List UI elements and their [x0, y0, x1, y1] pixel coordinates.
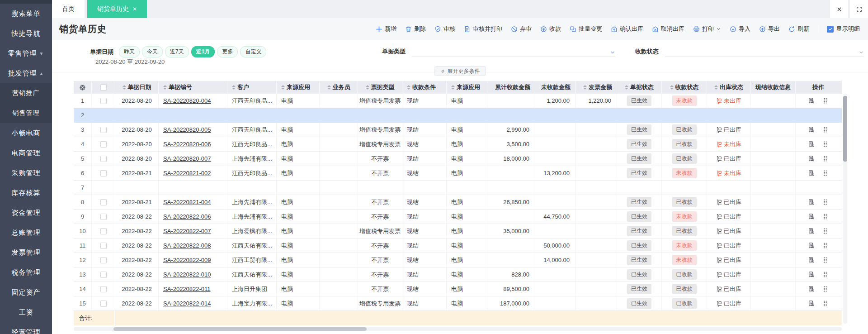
sidebar-item-发票管理[interactable]: 发票管理 [0, 243, 52, 262]
table-row[interactable]: 42022-08-20SA-20220820-006江西无印良品...电脑增值税… [74, 137, 842, 152]
doc-number-link[interactable]: SA-20220822-008 [163, 242, 211, 249]
doc-search-icon[interactable] [808, 97, 815, 104]
toolbar-button-打印[interactable]: 打印 [693, 25, 721, 33]
toolbar-button-删除[interactable]: 删除 [405, 25, 426, 33]
table-row[interactable]: 7 [74, 181, 842, 195]
doc-search-icon[interactable] [808, 199, 815, 205]
grid-dots-icon[interactable] [822, 286, 829, 292]
sidebar-item-资金管理[interactable]: 资金管理 [0, 203, 52, 223]
grid-dots-icon[interactable] [822, 126, 829, 133]
tab-home[interactable]: 首页 [52, 0, 85, 18]
sort-icon[interactable] [670, 85, 674, 90]
date-pill-近7天[interactable]: 近7天 [165, 46, 189, 57]
row-checkbox[interactable] [100, 257, 107, 263]
doc-search-icon[interactable] [808, 286, 815, 292]
date-pill-今天[interactable]: 今天 [142, 46, 163, 57]
doc-search-icon[interactable] [808, 271, 815, 278]
doc-search-icon[interactable] [808, 213, 815, 220]
grid-dots-icon[interactable] [822, 213, 829, 220]
sidebar-item-工资[interactable]: 工资 [0, 302, 52, 322]
doc-search-icon[interactable] [808, 257, 815, 263]
doc-number-link[interactable]: SA-20220820-006 [163, 141, 211, 148]
doc-search-icon[interactable] [808, 155, 815, 162]
sidebar-item-小畅电商[interactable]: 小畅电商 [0, 123, 52, 143]
toolbar-button-导入[interactable]: 导入 [730, 25, 750, 33]
grid-dots-icon[interactable] [822, 271, 829, 278]
toolbar-button-收款[interactable]: 收款 [540, 25, 561, 33]
row-checkbox[interactable] [100, 127, 107, 133]
toolbar-button-确认出库[interactable]: 确认出库 [611, 25, 643, 33]
sort-icon[interactable] [123, 85, 126, 90]
vertical-scrollbar-thumb[interactable] [843, 96, 847, 162]
sort-icon[interactable] [366, 85, 369, 90]
doc-search-icon[interactable] [808, 228, 815, 234]
doc-number-link[interactable]: SA-20220822-006 [163, 213, 211, 220]
fullscreen-icon[interactable] [850, 0, 868, 18]
horizontal-scrollbar-thumb[interactable] [113, 327, 367, 331]
date-pill-更多[interactable]: 更多 [217, 46, 238, 57]
checkbox-checked-icon[interactable] [827, 26, 834, 33]
sidebar-item-零售管理[interactable]: 零售管理▼ [0, 43, 52, 63]
sidebar-item-经营管理[interactable]: 经营管理 [0, 322, 52, 334]
sort-icon[interactable] [451, 85, 455, 90]
doc-number-link[interactable]: SA-20220821-004 [163, 199, 211, 205]
sidebar-item-批发管理[interactable]: 批发管理▲ [0, 63, 52, 83]
column-header-来源应用[interactable]: 来源应用 [277, 81, 320, 94]
doc-number-link[interactable]: SA-20220820-007 [163, 155, 211, 162]
column-header-来源应用[interactable]: 来源应用 [447, 81, 487, 94]
doc-number-link[interactable]: SA-20220822-010 [163, 271, 211, 278]
toolbar-button-刷新[interactable]: 刷新 [788, 25, 809, 33]
row-checkbox[interactable] [100, 301, 107, 307]
grid-dots-icon[interactable] [822, 97, 829, 104]
gear-icon[interactable] [79, 84, 86, 91]
row-checkbox[interactable] [100, 170, 107, 177]
sidebar-item-采购管理[interactable]: 采购管理 [0, 163, 52, 183]
toolbar-button-弃审[interactable]: 弃审 [511, 25, 532, 33]
doc-number-link[interactable]: SA-20220822-007 [163, 228, 211, 234]
table-row[interactable]: 92022-08-22SA-20220822-006上海先浦有限...电脑不开票… [74, 210, 842, 224]
row-checkbox[interactable] [100, 243, 107, 249]
horizontal-scrollbar[interactable] [74, 327, 842, 331]
sidebar-item-电商管理[interactable]: 电商管理 [0, 143, 52, 163]
table-row[interactable]: 82022-08-21SA-20220821-004上海先浦有限...电脑不开票… [74, 195, 842, 210]
grid-dots-icon[interactable] [822, 141, 829, 148]
doc-number-link[interactable]: SA-20220820-004 [163, 97, 211, 104]
sort-icon[interactable] [625, 85, 628, 90]
column-header-收款状态[interactable]: 收款状态 [662, 81, 707, 94]
sidebar-item-营销推广[interactable]: 营销推广 [0, 83, 52, 103]
sidebar-item-总账管理[interactable]: 总账管理 [0, 223, 52, 243]
sort-icon[interactable] [583, 85, 587, 90]
grid-dots-icon[interactable] [822, 300, 829, 307]
doc-search-icon[interactable] [808, 141, 815, 148]
toolbar-button-取消出库[interactable]: 取消出库 [652, 25, 684, 33]
sidebar-item-销售管理[interactable]: 销售管理 [0, 103, 52, 123]
grid-dots-icon[interactable] [822, 228, 829, 234]
toolbar-button-批量变更[interactable]: 批量变更 [570, 25, 602, 33]
select-all-checkbox[interactable] [100, 84, 107, 91]
row-checkbox[interactable] [100, 199, 107, 205]
date-pill-昨天[interactable]: 昨天 [119, 46, 140, 57]
grid-dots-icon[interactable] [822, 257, 829, 263]
date-pill-近1月[interactable]: 近1月 [191, 46, 215, 57]
toolbar-button-审核并打印[interactable]: 审核并打印 [464, 25, 502, 33]
table-row[interactable]: 112022-08-22SA-20220822-008江西天佑有限...电脑不开… [74, 239, 842, 253]
sort-icon[interactable] [327, 85, 331, 90]
sort-icon[interactable] [281, 85, 285, 90]
sidebar-item-快捷导航[interactable]: 快捷导航 [0, 24, 52, 43]
doc-search-icon[interactable] [808, 126, 815, 133]
column-header-发票金额[interactable]: 发票金额 [576, 81, 617, 94]
row-checkbox[interactable] [100, 141, 107, 148]
expand-more-conditions[interactable]: 展开更多条件 [434, 66, 486, 76]
row-checkbox[interactable] [100, 98, 107, 104]
sidebar-item-库存核算[interactable]: 库存核算 [0, 183, 52, 203]
column-header-单据状态[interactable]: 单据状态 [617, 81, 662, 94]
column-header-客户[interactable]: 客户 [227, 81, 277, 94]
sidebar-item-固定资产[interactable]: 固定资产 [0, 282, 52, 302]
show-detail-toggle[interactable]: 显示明细 [827, 25, 860, 33]
toolbar-button-新增[interactable]: 新增 [376, 25, 396, 33]
table-row[interactable]: 2 [74, 108, 842, 123]
row-checkbox[interactable] [100, 214, 107, 220]
close-icon[interactable] [830, 0, 848, 18]
sort-icon[interactable] [407, 85, 410, 90]
doc-type-select[interactable] [412, 46, 615, 57]
